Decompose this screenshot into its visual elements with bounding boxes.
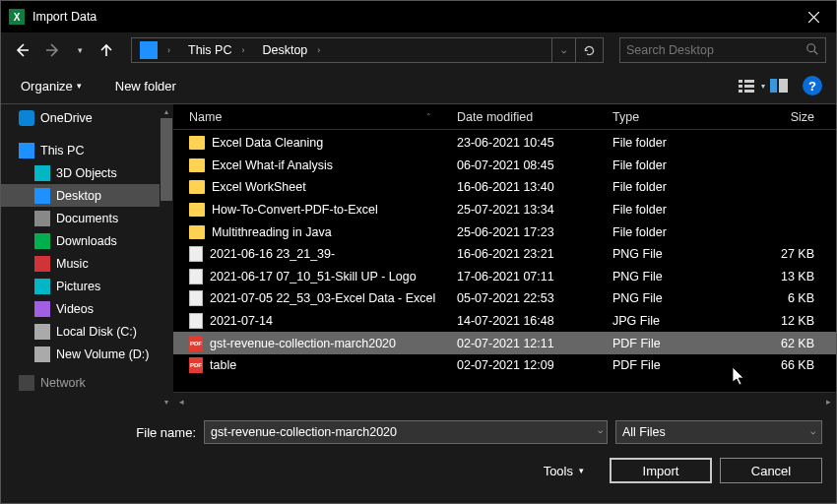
scroll-right-arrow-icon: ▸ — [820, 393, 836, 410]
file-row[interactable]: How-To-Convert-PDF-to-Excel25-07-2021 13… — [173, 199, 836, 221]
sidebar-item-label: Videos — [56, 302, 94, 316]
file-name: Excel Data Cleaning — [212, 136, 323, 150]
pc-icon — [19, 143, 34, 158]
refresh-button[interactable] — [575, 38, 603, 62]
disk-icon — [34, 324, 50, 340]
svg-rect-1 — [739, 80, 742, 83]
search-icon — [805, 42, 819, 59]
file-date: 25-06-2021 17:23 — [451, 225, 607, 239]
navigation-pane: OneDrive This PC 3D Objects Desktop Docu… — [1, 104, 173, 409]
column-date[interactable]: Date modified — [451, 110, 607, 124]
breadcrumb-root[interactable]: › — [132, 38, 180, 62]
address-bar[interactable]: › This PC› Desktop› ⌵ — [131, 37, 604, 63]
file-row[interactable]: 2021-06-17 07_10_51-Skill UP - Logo17-06… — [173, 266, 836, 288]
file-type: PNG File — [607, 247, 733, 261]
desktop-icon — [34, 188, 50, 204]
column-name[interactable]: Name˄ — [183, 110, 451, 124]
sort-asc-icon: ˄ — [426, 112, 431, 122]
file-row[interactable]: Excel WorkSheet16-06-2021 13:40File fold… — [173, 176, 836, 199]
close-icon — [808, 12, 819, 23]
file-row[interactable]: 2021-07-05 22_53_03-Excel Data - Excel05… — [173, 287, 836, 310]
file-row[interactable]: 2021-06-16 23_21_39-16-06-2021 23:21PNG … — [173, 243, 836, 266]
file-size: 27 KB — [733, 247, 836, 261]
search-input[interactable] — [626, 43, 805, 57]
back-arrow-icon — [14, 42, 30, 58]
sidebar-item-label: Local Disk (C:) — [56, 325, 137, 339]
tools-button[interactable]: Tools▾ — [538, 460, 590, 482]
filename-input[interactable]: gst-revenue-collection-march2020⌵ — [204, 420, 608, 444]
recent-button[interactable]: ▾ — [74, 39, 86, 61]
sidebar-item-label: New Volume (D:) — [56, 347, 149, 361]
file-size: 6 KB — [733, 291, 836, 305]
breadcrumb-thispc[interactable]: This PC› — [180, 38, 254, 62]
preview-pane-icon — [770, 79, 788, 93]
sidebar-item-downloads[interactable]: Downloads — [1, 229, 173, 252]
file-row[interactable]: Excel Data Cleaning23-06-2021 10:45File … — [173, 132, 836, 155]
address-history-button[interactable]: ⌵ — [551, 38, 575, 62]
sidebar-item-3d-objects[interactable]: 3D Objects — [1, 161, 173, 184]
file-row[interactable]: PDFtable02-07-2021 12:09PDF File66 KB — [173, 354, 836, 377]
file-row[interactable]: Multithreading in Java25-06-2021 17:23Fi… — [173, 220, 836, 243]
folder-icon — [189, 158, 205, 172]
file-name: Excel What-if Analysis — [212, 158, 333, 172]
toolbar: Organize▾ New folder ▾ ? — [1, 68, 836, 103]
organize-button[interactable]: Organize▾ — [15, 75, 88, 97]
scroll-thumb[interactable] — [161, 118, 172, 201]
sidebar-item-onedrive[interactable]: OneDrive — [1, 106, 173, 129]
sidebar-item-desktop[interactable]: Desktop — [1, 184, 173, 207]
sidebar-item-music[interactable]: Music — [1, 252, 173, 275]
svg-rect-2 — [739, 85, 742, 88]
svg-rect-8 — [779, 79, 788, 93]
file-date: 05-07-2021 22:53 — [451, 291, 607, 305]
sidebar-item-thispc[interactable]: This PC — [1, 139, 173, 161]
file-row[interactable]: PDFgst-revenue-collection-march202002-07… — [173, 332, 836, 354]
sidebar-item-network[interactable]: Network — [1, 371, 173, 394]
sidebar-item-new-volume-d[interactable]: New Volume (D:) — [1, 343, 173, 365]
import-button[interactable]: Import — [610, 458, 712, 483]
new-folder-button[interactable]: New folder — [109, 75, 182, 97]
sidebar-item-label: Desktop — [56, 189, 101, 203]
cloud-icon — [19, 110, 34, 126]
file-date: 17-06-2021 07:11 — [451, 270, 607, 284]
sidebar-item-videos[interactable]: Videos — [1, 297, 173, 320]
sidebar-item-pictures[interactable]: Pictures — [1, 275, 173, 297]
up-button[interactable] — [96, 39, 117, 61]
svg-rect-4 — [744, 80, 754, 83]
preview-pane-button[interactable] — [765, 74, 793, 97]
horizontal-scrollbar[interactable]: ◂ ▸ — [173, 392, 836, 409]
sidebar-scrollbar[interactable]: ▴ ▾ — [160, 104, 173, 409]
file-type-filter[interactable]: All Files⌵ — [615, 420, 822, 444]
folder-icon — [189, 136, 205, 150]
view-list-icon — [739, 79, 758, 93]
view-options-button[interactable]: ▾ — [738, 74, 765, 97]
cancel-button[interactable]: Cancel — [720, 458, 822, 483]
column-headers: Name˄ Date modified Type Size — [173, 104, 836, 130]
dropdown-icon: ⌵ — [810, 426, 815, 436]
back-button[interactable] — [11, 39, 32, 61]
file-type: JPG File — [607, 314, 733, 328]
file-icon — [189, 290, 203, 306]
scroll-left-arrow-icon: ◂ — [173, 393, 189, 410]
close-button[interactable] — [791, 1, 836, 32]
new-folder-label: New folder — [115, 79, 176, 94]
svg-rect-6 — [744, 90, 754, 93]
svg-rect-3 — [739, 90, 742, 93]
folder-icon — [189, 225, 205, 239]
pdf-icon: PDF — [189, 336, 203, 351]
file-row[interactable]: Excel What-if Analysis06-07-2021 08:45Fi… — [173, 155, 836, 177]
help-button[interactable]: ? — [803, 76, 822, 95]
search-box[interactable] — [619, 37, 826, 63]
sidebar-item-documents[interactable]: Documents — [1, 207, 173, 229]
file-date: 14-07-2021 16:48 — [451, 314, 607, 328]
forward-button[interactable] — [42, 39, 64, 61]
column-size[interactable]: Size — [733, 110, 836, 124]
breadcrumb-desktop[interactable]: Desktop› — [254, 38, 330, 62]
file-size: 13 KB — [733, 270, 836, 284]
file-date: 23-06-2021 10:45 — [451, 136, 607, 150]
sidebar-item-local-disk-c[interactable]: Local Disk (C:) — [1, 320, 173, 343]
file-name: Excel WorkSheet — [212, 180, 306, 194]
file-size: 62 KB — [733, 337, 836, 350]
file-row[interactable]: 2021-07-1414-07-2021 16:48JPG File12 KB — [173, 310, 836, 333]
column-type[interactable]: Type — [607, 110, 733, 124]
filename-label: File name: — [15, 425, 196, 440]
